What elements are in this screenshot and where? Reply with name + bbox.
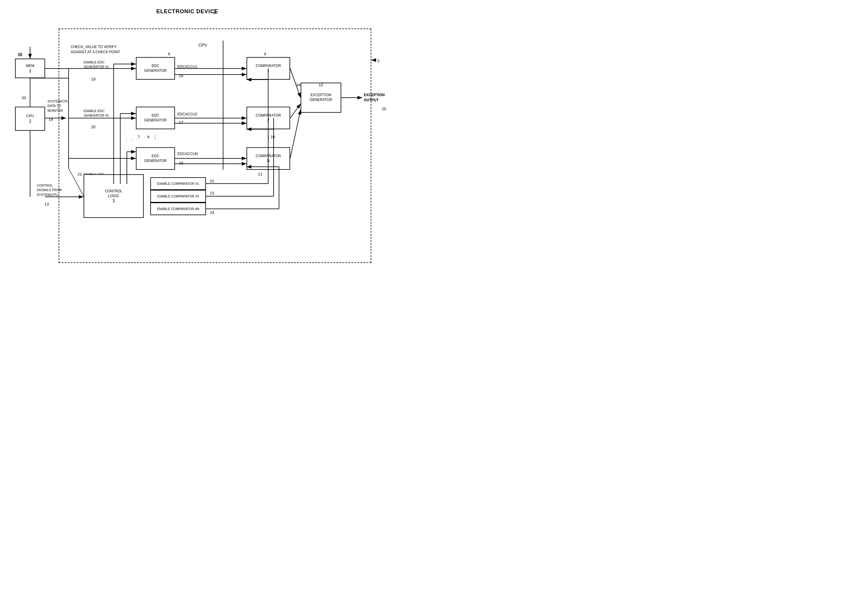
edcaccu2-label: EDCACCU2	[177, 112, 197, 116]
comparator-n-box: COMPARATOR N	[247, 147, 290, 170]
system-cpu-data-label: SYSTEM/CPU DATA TO MONITOR	[48, 99, 69, 113]
ref-15-label: 15	[18, 52, 22, 57]
edc-gen-n-label2: GENERATOR	[144, 158, 167, 163]
enable-comp-2-label: ENABLE COMPARATOR #2	[157, 194, 199, 198]
ref-24: 24	[210, 210, 214, 215]
comparator-n-label: COMPARATOR	[256, 154, 281, 158]
control-signals-label: CONTROL SIGNALS FROM SYSTEM/CPU	[37, 183, 61, 197]
edc-gen-1-label: EDC	[151, 64, 159, 69]
ref-33: 33	[22, 96, 26, 100]
mem-label: MEM	[26, 64, 34, 69]
cpu-box: CPU 3	[15, 107, 45, 131]
edc-gen-n-box: EDC GENERATOR	[136, 147, 175, 170]
comparator-1-box: COMPARATOR 1	[247, 57, 290, 80]
ref-21: 21	[78, 172, 82, 176]
page-title: ELECTRONIC DEVICE	[156, 8, 218, 15]
ref-22: 22	[210, 179, 214, 183]
ref-14: 14	[49, 117, 53, 122]
edc-gen-n-label: EDC	[151, 154, 159, 158]
comparator-2-box: COMPARATOR 2	[247, 107, 290, 129]
ref-11: 11	[258, 172, 262, 176]
cpu-ref: 3	[29, 119, 31, 124]
comparator-2-num: 2	[267, 118, 269, 123]
ref-2: 2	[377, 58, 379, 63]
ref-18: 18	[179, 161, 183, 165]
ref-6: 6	[168, 52, 170, 56]
ref-9: 9	[264, 52, 266, 56]
dots-edc: ⋮	[153, 135, 158, 141]
ref-13: 13	[45, 202, 49, 206]
exception-gen-label: EXCEPTION	[311, 93, 331, 98]
dots-comparator: ⋮	[266, 135, 271, 141]
control-logic-label: CONTROL	[105, 189, 123, 194]
ref-23: 23	[210, 191, 214, 195]
ref-16: 16	[179, 73, 183, 78]
enable-comp-n-box: ENABLE COMPARATOR #N	[150, 203, 206, 215]
edcaccu1-label: EDCACCU1	[177, 64, 197, 69]
edc-gen-2-box: EDC GENERATOR	[136, 107, 175, 129]
title-ref: 1	[214, 8, 217, 15]
enable-comp-1-box: ENABLE COMPARATOR #1	[150, 177, 206, 190]
comparator-1-num: 1	[267, 69, 269, 73]
control-logic-box: CONTROL LOGIC 5	[84, 174, 144, 218]
control-logic-ref: 5	[113, 198, 115, 203]
enable-comp-2-box: ENABLE COMPARATOR #2	[150, 190, 206, 203]
enable-edc-1-label: ENABLE EDC GENERATOR #1	[84, 60, 109, 69]
edc-gen-1-label2: GENERATOR	[144, 69, 167, 73]
ref-19: 19	[91, 77, 95, 81]
control-logic-label2: LOGIC	[108, 194, 119, 199]
exception-output-ref: 25	[382, 107, 386, 111]
enable-edc-2-label: ENABLE EDC GENERATOR #2	[84, 109, 109, 118]
ref-8: 8	[147, 135, 150, 139]
mem-box: MEM 4	[15, 58, 45, 78]
enable-comp-n-label: ENABLE COMPARATOR #N	[157, 207, 199, 211]
cpu-label: CPU	[26, 114, 34, 119]
comparator-2-label: COMPARATOR	[256, 113, 281, 118]
ref-20: 20	[91, 125, 95, 129]
mem-ref: 4	[29, 69, 31, 73]
comparator-n-num: N	[267, 158, 270, 163]
exception-gen-box: EXCEPTION GENERATOR	[301, 83, 341, 113]
ref-34: 34	[296, 83, 300, 87]
edc-gen-1-box: EDC GENERATOR	[136, 57, 175, 80]
diagram: ELECTRONIC DEVICE 1 2 CPV CHECK_VALUE TO…	[0, 0, 391, 271]
exception-gen-label2: GENERATOR	[310, 98, 332, 102]
enable-comp-1-label: ENABLE COMPARATOR #1	[157, 181, 199, 186]
ref-10: 10	[271, 135, 275, 139]
ref-17: 17	[179, 120, 183, 125]
comparator-1-label: COMPARATOR	[256, 64, 281, 69]
edcaccun-label: EDCACCUN	[177, 152, 198, 156]
edc-gen-2-label2: GENERATOR	[144, 118, 167, 123]
dots-middle: · · ·	[126, 137, 138, 142]
edc-gen-2-label: EDC	[151, 113, 159, 118]
ref-12: 12	[319, 83, 323, 87]
